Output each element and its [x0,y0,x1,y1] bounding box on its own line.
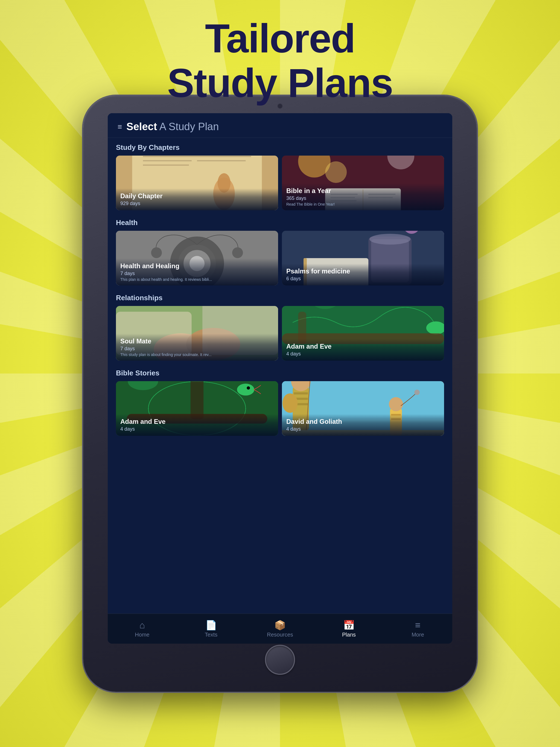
svg-rect-4 [143,160,192,161]
card-psalms-medicine-overlay: Psalms for medicine 6 days [282,264,444,285]
section-study-by-chapters: Study By Chapters [108,138,452,213]
card-daily-chapter-title: Daily Chapter [120,192,274,200]
card-david-goliath-title: David and Goliath [286,418,440,426]
texts-icon: 📄 [205,620,217,630]
section-bible-stories: Bible Stories [108,363,452,439]
svg-point-56 [247,386,250,390]
cards-grid-bible-stories: Adam and Eve 4 days [116,381,444,436]
card-psalms-medicine-title: Psalms for medicine [286,267,440,275]
card-david-goliath-days: 4 days [286,426,440,432]
plans-icon: 📅 [343,620,355,630]
nav-label-home: Home [135,632,149,638]
card-daily-chapter-days: 929 days [120,201,274,206]
home-button[interactable] [265,645,295,675]
nav-label-plans: Plans [342,632,356,638]
card-adam-eve-rel-title: Adam and Eve [286,343,440,351]
bottom-nav: ⌂ Home 📄 Texts 📦 Resources 📅 Plans ≡ [108,614,452,644]
cards-grid-relationships: Soul Mate 7 days This study plan is abou… [116,306,444,361]
section-relationships: Relationships [108,288,452,363]
card-soul-mate[interactable]: Soul Mate 7 days This study plan is abou… [116,306,278,361]
scroll-content[interactable]: Study By Chapters [108,138,452,614]
card-daily-chapter-overlay: Daily Chapter 929 days [116,188,278,210]
svg-point-74 [414,390,420,395]
card-health-healing-overlay: Health and Healing 7 days This plan is a… [116,258,278,285]
nav-label-more: More [411,632,424,638]
card-bible-year[interactable]: Bible in a Year 365 days Read The Bible … [282,156,444,210]
card-health-healing-desc: This plan is about health and healing. I… [120,277,274,282]
card-david-goliath-overlay: David and Goliath 4 days [282,414,444,436]
svg-rect-3 [143,156,197,157]
svg-point-32 [370,234,410,245]
card-psalms-medicine-days: 6 days [286,276,440,282]
cards-grid-chapters: Daily Chapter 929 days [116,156,444,210]
card-health-healing-title: Health and Healing [120,262,274,270]
svg-point-71 [282,393,298,413]
svg-point-13 [325,161,347,183]
nav-item-resources[interactable]: 📦 Resources [258,620,302,638]
resources-icon: 📦 [274,620,286,630]
page-title-area: Tailored Study Plans [0,17,560,106]
card-bible-year-desc: Read The Bible in One Year! [286,202,440,206]
app-header: ≡ Select A Study Plan [108,113,452,138]
tablet-device: ≡ Select A Study Plan Study By Chapters [83,96,477,692]
svg-point-28 [232,247,243,258]
nav-item-more[interactable]: ≡ More [396,620,440,638]
nav-item-home[interactable]: ⌂ Home [120,620,164,638]
card-soul-mate-title: Soul Mate [120,337,274,345]
svg-rect-7 [197,156,251,157]
menu-icon[interactable]: ≡ [118,123,122,131]
app-header-title: Select A Study Plan [126,121,219,133]
card-bible-year-days: 365 days [286,196,440,201]
card-soul-mate-desc: This study plan is about finding your so… [120,353,274,357]
nav-label-resources: Resources [267,632,293,638]
svg-rect-60 [190,381,203,419]
card-health-healing[interactable]: Health and Healing 7 days This plan is a… [116,231,278,285]
card-david-goliath[interactable]: David and Goliath 4 days [282,381,444,436]
card-adam-eve-rel-overlay: Adam and Eve 4 days [282,339,444,361]
card-adam-eve-stories-title: Adam and Eve [120,418,274,426]
section-title-health: Health [116,218,444,227]
svg-point-73 [389,397,403,411]
more-icon: ≡ [415,620,421,630]
card-bible-year-overlay: Bible in a Year 365 days Read The Bible … [282,183,444,210]
svg-point-27 [151,247,162,258]
page-title: Tailored Study Plans [0,17,560,106]
card-adam-eve-stories-overlay: Adam and Eve 4 days [116,414,278,436]
card-adam-eve-relationships[interactable]: Adam and Eve 4 days [282,306,444,361]
app-content: ≡ Select A Study Plan Study By Chapters [108,113,452,644]
card-daily-chapter[interactable]: Daily Chapter 929 days [116,156,278,210]
nav-item-texts[interactable]: 📄 Texts [189,620,233,638]
card-soul-mate-overlay: Soul Mate 7 days This study plan is abou… [116,334,278,361]
section-title-relationships: Relationships [116,294,444,302]
section-health: Health [108,213,452,288]
card-bible-year-title: Bible in a Year [286,187,440,195]
card-adam-eve-stories-days: 4 days [120,426,274,432]
card-psalms-medicine[interactable]: Psalms for medicine 6 days [282,231,444,285]
card-soul-mate-days: 7 days [120,346,274,352]
home-icon: ⌂ [139,620,145,630]
tablet-screen: ≡ Select A Study Plan Study By Chapters [108,113,452,644]
svg-rect-66 [294,392,308,394]
cards-grid-health: Health and Healing 7 days This plan is a… [116,231,444,285]
card-adam-eve-stories[interactable]: Adam and Eve 4 days [116,381,278,436]
card-adam-eve-rel-days: 4 days [286,351,440,357]
svg-point-55 [237,384,254,395]
nav-item-plans[interactable]: 📅 Plans [327,620,371,638]
section-title-chapters: Study By Chapters [116,143,444,152]
svg-rect-5 [143,164,189,166]
section-title-bible-stories: Bible Stories [116,369,444,377]
svg-rect-8 [197,160,246,161]
card-health-healing-days: 7 days [120,271,274,277]
nav-label-texts: Texts [205,632,218,638]
